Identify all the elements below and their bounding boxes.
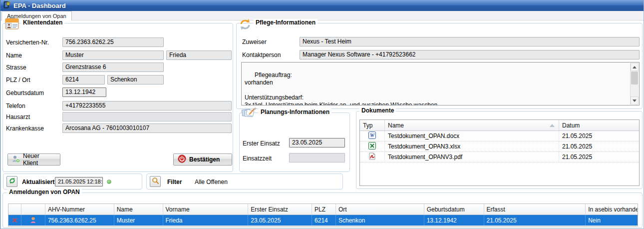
hausarzt-label: Hausarzt <box>6 114 30 120</box>
sync-icon <box>238 18 252 33</box>
pdf-file-icon <box>368 152 376 162</box>
col-ort-header[interactable]: Ort <box>336 204 424 214</box>
bestaetigen-button[interactable]: Bestätigen <box>173 154 232 166</box>
geburtsdatum-label: Geburtsdatum <box>6 90 44 96</box>
epa-dashboard-window: EPA - Dashboard Anmeldungen von Opan Kli… <box>0 0 644 229</box>
telefon-field[interactable]: +41792233555 <box>62 101 232 110</box>
col-delete-header[interactable] <box>8 204 21 214</box>
delete-cell[interactable] <box>8 215 21 226</box>
neuer-klient-button[interactable]: Neuer Klient <box>7 154 60 166</box>
name-label: Name <box>6 52 22 59</box>
plz-cell: 6214 <box>312 215 336 226</box>
anmeldung-row-selected[interactable]: 756.2363.6262.25 Muster Frieda 23.05.202… <box>8 215 638 226</box>
col-typ-header[interactable]: Typ <box>360 120 385 130</box>
refresh-icon <box>8 177 16 186</box>
sort-asc-icon <box>550 124 555 127</box>
name-cell: Muster <box>114 215 163 226</box>
col-erster-einsatz-header[interactable]: Erster Einsatz <box>248 204 312 214</box>
erster-einsatz-label: Erster Einsatz <box>243 140 280 147</box>
kontaktperson-field[interactable]: Manager Nexus Software - +41792523662 <box>300 50 640 60</box>
hausarzt-field[interactable] <box>62 112 232 122</box>
pflege-informationen-group: Pflege-Informationen Zuweiser Nexus - Te… <box>236 23 643 109</box>
dokumente-title: Dokumente <box>359 107 396 114</box>
tab-strip: Anmeldungen von Opan <box>0 11 644 20</box>
document-row[interactable]: Testdokument_OPAN3.xlsx 21.05.2025 <box>360 142 639 152</box>
anmeldungen-title: Anmeldungen von OPAN <box>7 188 82 196</box>
col-name-header[interactable]: Name <box>385 120 559 130</box>
pflege-notes-textarea[interactable]: Pflegeauftrag: vorhanden Unterstützungsb… <box>241 62 640 106</box>
erfasst-cell: 21.05.2025 <box>484 215 586 226</box>
notes-scrollbar[interactable] <box>630 63 639 104</box>
datum-cell: 21.05.2025 <box>559 131 639 141</box>
filter-button[interactable] <box>150 176 161 187</box>
erster-einsatz-cell: 23.05.2025 <box>248 215 312 226</box>
scroll-up-icon <box>633 66 637 68</box>
col-name-header-label: Name <box>388 122 404 129</box>
plz-field[interactable]: 6214 <box>62 75 105 84</box>
einsatzzeit-label: Einsatzzeit <box>243 155 272 162</box>
delete-x-icon <box>12 217 17 224</box>
col-ahv-header[interactable]: AHV-Nummer <box>45 204 114 214</box>
aktualisiert-label: Aktualisiert <box>22 178 54 186</box>
filter-bar: Filter Alle Offenen <box>146 174 343 190</box>
geburtsdatum-field[interactable]: 13.12.1942 <box>62 88 106 97</box>
col-datum-header[interactable]: Datum <box>559 120 639 130</box>
refresh-button[interactable] <box>6 176 17 187</box>
krankenkasse-label: Krankenkasse <box>6 125 44 132</box>
power-icon <box>178 154 186 164</box>
vorname-field[interactable]: Frieda <box>166 50 232 60</box>
planungs-informationen-group: Planungs-Informationen Erster Einsatz 23… <box>239 112 350 172</box>
dokumente-table: Typ Name Datum W Testdokument_OPAN. <box>359 120 640 186</box>
app-icon <box>3 1 10 10</box>
ahv-cell: 756.2363.6262.25 <box>45 215 114 226</box>
name-cell: Testdokument_OPAN3.xlsx <box>385 142 559 152</box>
id-badge-icon <box>4 17 19 32</box>
einsatzzeit-field[interactable] <box>289 153 345 162</box>
col-in-asebis-header[interactable]: In asebis vorhanden <box>586 204 638 214</box>
scroll-up-button[interactable] <box>631 63 639 71</box>
filter-value[interactable]: Alle Offenen <box>195 178 228 186</box>
erster-einsatz-field[interactable]: 23.05.2025 <box>289 138 345 148</box>
kontaktperson-label: Kontaktperson <box>242 52 281 58</box>
scroll-down-icon <box>633 100 637 102</box>
ort-field[interactable]: Schenkon <box>107 75 164 84</box>
pflege-notes-text: Pflegeauftrag: vorhanden Unterstützungsb… <box>245 72 437 106</box>
filter-label: Filter <box>167 178 182 186</box>
typ-cell <box>360 152 385 162</box>
scrollbar-thumb[interactable] <box>631 72 638 84</box>
name-cell: Testdokument_OPANV3.pdf <box>385 152 559 162</box>
person-icon <box>30 216 36 225</box>
col-plz-header[interactable]: PLZ <box>312 204 336 214</box>
versicherten-nr-field[interactable]: 756.2363.6262.25 <box>62 38 164 47</box>
datum-cell: 21.05.2025 <box>559 142 639 152</box>
name-cell: Testdokument_OPAN.docx <box>385 131 559 141</box>
in-asebis-cell: Nein <box>586 215 638 226</box>
col-person-header[interactable] <box>21 204 45 214</box>
pflege-informationen-title: Pflege-Informationen <box>254 19 318 26</box>
document-row[interactable]: W Testdokument_OPAN.docx 21.05.2025 <box>360 131 639 142</box>
dokumente-group: Dokumente Typ Name Datum W <box>356 111 643 189</box>
aktualisiert-field[interactable]: 21.05.2025 12:18:00 <box>55 177 103 186</box>
person-cell[interactable] <box>21 215 45 226</box>
document-row[interactable]: Testdokument_OPANV3.pdf 21.05.2025 <box>360 152 639 162</box>
person-add-icon <box>12 155 20 164</box>
anmeldungen-table-header: AHV-Nummer Name Vorname Erster Einsatz P… <box>8 204 638 215</box>
anmeldungen-table: AHV-Nummer Name Vorname Erster Einsatz P… <box>8 204 638 226</box>
krankenkasse-field[interactable]: Arcosana AG - 7601003010107 <box>62 124 232 133</box>
zuweiser-field[interactable]: Nexus - Test Heim <box>300 37 640 46</box>
col-vorname-header[interactable]: Vorname <box>163 204 249 214</box>
klientendaten-group: Klientendaten Versicherten-Nr. 756.2363.… <box>2 23 233 172</box>
excel-file-icon <box>368 142 376 151</box>
col-name-header[interactable]: Name <box>114 204 163 214</box>
planungs-informationen-title: Planungs-Informationen <box>259 108 331 116</box>
geburtsdatum-cell: 13.12.1942 <box>424 215 484 226</box>
col-geburtsdatum-header[interactable]: Geburtsdatum <box>424 204 484 214</box>
datum-cell: 21.05.2025 <box>559 152 639 162</box>
scroll-down-button[interactable] <box>631 96 639 104</box>
strasse-field[interactable]: Grenzstrasse 6 <box>62 62 164 72</box>
name-field[interactable]: Muster <box>62 50 164 60</box>
plz-ort-label: PLZ / Ort <box>6 76 30 84</box>
bestaetigen-label: Bestätigen <box>189 156 220 163</box>
col-erfasst-header[interactable]: Erfasst <box>484 204 586 214</box>
status-led <box>107 180 111 184</box>
